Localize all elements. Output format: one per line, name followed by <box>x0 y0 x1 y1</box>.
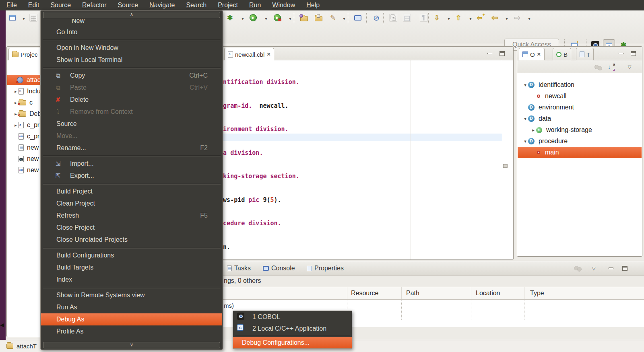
menubar-item-refactor[interactable]: Refactor <box>82 2 106 9</box>
tree-item-binary[interactable]: 010 c_pr <box>7 131 39 142</box>
search-disabled-button[interactable]: ⊘ <box>371 12 382 23</box>
open-type-button[interactable]: ▤ <box>402 12 412 23</box>
column-resource[interactable]: Resource <box>351 290 378 297</box>
minimize-editor-button[interactable] <box>486 49 494 58</box>
menu-item-refresh[interactable]: RefreshF5 <box>41 210 222 222</box>
debug-dropdown[interactable]: ▾ <box>237 13 248 24</box>
tab-tasks[interactable]: Tasks <box>227 263 251 274</box>
view-menu-button[interactable]: ▽ <box>588 263 599 274</box>
menubar-item-source[interactable]: Source <box>50 2 71 9</box>
code-area[interactable]: identification division. program-id. new… <box>222 63 419 260</box>
menu-item-go-into[interactable]: Go Into <box>41 26 222 38</box>
menu-item-close-unrelated-projects[interactable]: Close Unrelated Projects <box>41 234 222 246</box>
close-tab-icon[interactable]: ✕ <box>537 51 541 57</box>
tree-item-includes[interactable]: ▸ h Inclu <box>7 86 41 97</box>
menubar-item-navigate[interactable]: Navigate <box>149 2 175 9</box>
open-task-button[interactable] <box>313 12 324 23</box>
menu-item-source[interactable]: Source <box>41 118 222 130</box>
menu-item-index[interactable]: Index <box>41 274 222 286</box>
tree-item-debug-folder[interactable]: ▸ ✕ Deb <box>7 109 41 119</box>
build-doc-button[interactable]: ⎘ <box>388 12 398 23</box>
menubar-item-search[interactable]: Search <box>186 2 206 9</box>
forward-dropdown[interactable]: ▾ <box>524 13 535 24</box>
menu-item-remove-from-context[interactable]: ⤵Remove from Context <box>41 106 222 118</box>
tree-item-c-folder[interactable]: ▸ ✕ c <box>7 97 33 108</box>
menu-item-build-configurations[interactable]: Build Configurations <box>41 249 222 261</box>
menu-item-copy[interactable]: ⧉CopyCtrl+C <box>41 70 222 82</box>
column-type[interactable]: Type <box>530 290 544 297</box>
menubar-item-project[interactable]: Project <box>218 2 238 9</box>
menu-scroll-down[interactable]: ∨ <box>43 342 220 348</box>
menu-item-paste[interactable]: ⧉PasteCtrl+V <box>41 82 222 94</box>
tree-item-text-file[interactable]: new <box>7 142 39 153</box>
outline-item-main[interactable]: main <box>518 147 642 158</box>
submenu-item-cobol[interactable]: 1 COBOL <box>233 311 352 323</box>
restore-view-arrow[interactable]: ◀ <box>0 322 4 328</box>
menu-item-build-targets[interactable]: Build Targets <box>41 261 222 274</box>
last-edit-location-button[interactable]: ⇦✦ <box>476 12 486 23</box>
next-annotation-dropdown[interactable]: ▾ <box>444 13 454 24</box>
menu-item-delete[interactable]: ✘Delete <box>41 94 222 106</box>
tab-outline[interactable]: O ✕ <box>519 48 545 60</box>
open-resource-button[interactable] <box>299 12 309 23</box>
marker-button[interactable]: ✎ <box>328 12 338 23</box>
menu-item-rename[interactable]: Rename...F2 <box>41 142 222 154</box>
tree-item-binary2[interactable]: 010 new <box>7 165 39 175</box>
tab-properties[interactable]: Properties <box>307 263 344 274</box>
menubar-item-window[interactable]: Window <box>272 2 295 9</box>
menubar-item-file[interactable]: File <box>6 2 17 9</box>
outline-item-working-storage[interactable]: ▸ S working-storage <box>518 124 592 136</box>
tab-newcall-cbl[interactable]: c newcall.cbl ✕ <box>224 48 274 60</box>
outline-item-newcall[interactable]: newcall <box>518 91 566 102</box>
submenu-item-debug-configurations[interactable]: Debug Configurations... <box>233 337 352 348</box>
previous-annotation-dropdown[interactable]: ▾ <box>465 13 476 24</box>
tab-breakpoints[interactable]: B <box>553 48 571 60</box>
submenu-item-local-cpp-application[interactable]: c 2 Local C/C++ Application <box>233 323 352 334</box>
outline-item-procedure[interactable]: ▾ D procedure <box>518 136 568 147</box>
previous-annotation-button[interactable]: ⇧ <box>453 12 464 23</box>
column-path[interactable]: Path <box>406 290 419 297</box>
outline-item-environment[interactable]: D environment <box>518 102 574 113</box>
menu-item-debug-as[interactable]: Debug As <box>41 313 222 325</box>
outline-item-data[interactable]: ▾ D data <box>518 113 551 124</box>
menu-item-new[interactable]: New <box>41 19 222 26</box>
new-dropdown[interactable]: ▾ <box>19 13 29 24</box>
menu-item-move[interactable]: Move... <box>41 130 222 142</box>
menu-item-export[interactable]: ⇱Export... <box>41 170 222 182</box>
save-button[interactable]: ▦ <box>28 12 39 23</box>
tab-tasks-view[interactable]: T <box>576 48 594 60</box>
menu-item-import[interactable]: ⇲Import... <box>41 158 222 170</box>
menu-item-clean-project[interactable]: Clean Project <box>41 198 222 210</box>
menu-item-show-in-local-terminal[interactable]: Show in Local Terminal <box>41 54 222 66</box>
filters-button[interactable] <box>572 263 583 274</box>
menubar-item-run[interactable]: Run <box>249 2 261 9</box>
sort-button[interactable]: ↓az <box>607 62 617 72</box>
minimize-bottom-button[interactable] <box>607 264 615 272</box>
menubar-item-source2[interactable]: Source <box>118 2 138 9</box>
menu-item-close-project[interactable]: Close Project <box>41 222 222 234</box>
back-button[interactable]: ⇦ <box>489 12 500 23</box>
show-whitespace-button[interactable]: ¶ <box>419 12 429 23</box>
menubar-item-help[interactable]: Help <box>306 2 320 9</box>
minimize-outline-button[interactable] <box>617 49 625 58</box>
overview-ruler-marker[interactable] <box>503 164 508 168</box>
tree-item-cbl-file[interactable]: c new <box>7 154 39 164</box>
run-button[interactable]: ▶ <box>248 12 258 23</box>
menu-item-build-project[interactable]: Build Project <box>41 185 222 198</box>
maximize-bottom-button[interactable] <box>621 264 629 272</box>
run-dropdown[interactable]: ▾ <box>261 13 271 24</box>
tab-project-explorer[interactable]: Projec <box>8 48 41 60</box>
link-with-editor-button[interactable] <box>593 62 603 72</box>
menu-item-show-in-remote-systems-view[interactable]: Show in Remote Systems view <box>41 289 222 301</box>
close-tab-icon[interactable]: ✕ <box>266 51 270 57</box>
menu-scroll-up[interactable]: ∧ <box>43 12 220 18</box>
outline-item-identification[interactable]: ▾ D identification <box>518 79 574 91</box>
menu-item-profile-as[interactable]: Profile As <box>41 325 222 338</box>
menubar-item-edit[interactable]: Edit <box>28 2 39 9</box>
back-dropdown[interactable]: ▾ <box>502 13 512 24</box>
debug-button[interactable]: ✱ <box>225 12 235 23</box>
next-annotation-button[interactable]: ⇩ <box>431 12 442 23</box>
tree-item-c-source[interactable]: ▸ c c_pr <box>7 120 39 130</box>
menu-item-open-in-new-window[interactable]: Open in New Window <box>41 42 222 54</box>
maximize-editor-button[interactable] <box>498 49 506 58</box>
